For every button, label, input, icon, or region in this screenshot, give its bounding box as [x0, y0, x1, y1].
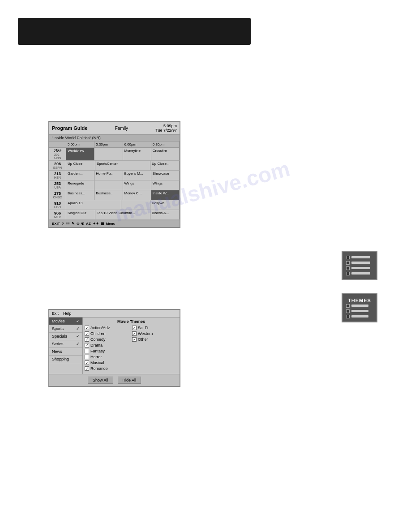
- show-all-button[interactable]: Show All: [88, 377, 113, 384]
- pg-program[interactable]: Business...: [66, 190, 94, 200]
- pg-program[interactable]: Singled Out: [66, 210, 95, 219]
- pg-program[interactable]: Wings: [151, 180, 180, 190]
- toolbar-list[interactable]: ≡≡: [66, 222, 70, 226]
- themes-menubar: Exit Help: [49, 310, 180, 317]
- table-row[interactable]: 966 MTV Singled Out Top 10 Video Countdo…: [49, 210, 180, 220]
- list-item[interactable]: Romance: [85, 366, 130, 371]
- sidebar-item-series[interactable]: Series ✓: [49, 340, 82, 348]
- pg-program[interactable]: Hollywo...: [150, 200, 180, 210]
- hide-all-button[interactable]: Hide All: [118, 377, 141, 384]
- ch-label: 275 CNBC: [49, 190, 66, 200]
- pg-programs-row: Business... Business... Money Cl... Insi…: [66, 190, 180, 200]
- ch-label: 7/22 202CNN: [49, 148, 66, 160]
- checkbox-fantasy[interactable]: [85, 349, 89, 353]
- icon-lines: [346, 256, 373, 275]
- toolbar-exit[interactable]: EXIT: [52, 222, 60, 226]
- themes-content: Movies ✓ Sports ✓ Specials ✓ Series ✓ Ne…: [49, 317, 180, 374]
- pg-program[interactable]: Top 10 Video Countdo...: [95, 210, 150, 219]
- sidebar-item-shopping[interactable]: Shopping: [49, 356, 82, 363]
- list-item[interactable]: Musical: [85, 360, 130, 365]
- list-item[interactable]: Fantasy: [85, 349, 130, 353]
- pg-program[interactable]: Up Close...: [150, 161, 180, 170]
- table-row[interactable]: 206 ESPN Up Close SportsCenter Up Close.…: [49, 161, 180, 171]
- checkbox-romance[interactable]: [85, 366, 89, 371]
- pg-program[interactable]: [94, 148, 123, 160]
- pg-programs-row: Renegade Wings Wings: [66, 180, 180, 190]
- menu-help[interactable]: Help: [63, 311, 72, 316]
- pg-program[interactable]: Home Fu...: [94, 171, 123, 180]
- pg-programs-row: Garden... Home Fu... Buyer's M... Showca…: [66, 171, 180, 180]
- menu-exit[interactable]: Exit: [52, 311, 59, 316]
- list-item[interactable]: Action/Adv.: [85, 326, 130, 330]
- time-slot-2: 5:30pm: [94, 142, 123, 147]
- checkbox-action[interactable]: [85, 326, 89, 330]
- table-row[interactable]: 213 HSN Garden... Home Fu... Buyer's M..…: [49, 171, 180, 180]
- pg-title: Program Guide: [52, 125, 87, 131]
- toolbar-edit[interactable]: ✎: [72, 222, 75, 226]
- checkbox-drama[interactable]: [85, 343, 89, 348]
- checkbox-western[interactable]: [132, 331, 137, 336]
- pg-program[interactable]: Wings: [123, 180, 151, 190]
- ch-label: 910 HBO: [49, 200, 66, 210]
- themes-icon-label: THEMES: [348, 298, 371, 303]
- toolbar-menu[interactable]: Menu: [106, 222, 116, 226]
- list-item[interactable]: Sci-Fi: [132, 326, 178, 330]
- toolbar-az[interactable]: AZ: [86, 222, 91, 226]
- pg-program[interactable]: SportsCenter: [95, 161, 150, 170]
- checkbox-comedy[interactable]: [85, 337, 89, 342]
- icon-lines-themes: [346, 304, 373, 318]
- pg-header: Program Guide Family 5:09pm Tue 7/22/97: [49, 122, 180, 135]
- checkbox-horror[interactable]: [85, 355, 89, 359]
- list-item[interactable]: Children: [85, 331, 130, 336]
- pg-program[interactable]: Worldview: [66, 148, 94, 160]
- pg-programs-row: Up Close SportsCenter Up Close...: [66, 161, 180, 170]
- pg-program[interactable]: Moneyline: [123, 148, 151, 160]
- checkbox-scifi[interactable]: [132, 326, 137, 330]
- table-row[interactable]: 253 USA Renegade Wings Wings: [49, 180, 180, 190]
- toolbar-yin[interactable]: ☯: [81, 222, 84, 226]
- list-item[interactable]: Horror: [85, 355, 130, 359]
- pg-program[interactable]: Showcase: [151, 171, 180, 180]
- pg-program[interactable]: Inside W...: [151, 190, 180, 200]
- checkbox-other[interactable]: [132, 337, 137, 342]
- toolbar-help[interactable]: ?: [62, 222, 64, 226]
- pg-program[interactable]: Garden...: [66, 171, 94, 180]
- time-slot-1: 5:00pm: [66, 142, 94, 147]
- pg-time-header: 5:00pm 5:30pm 6:00pm 6:30pm: [49, 142, 180, 148]
- pg-date: Tue 7/22/97: [155, 128, 177, 133]
- themes-icon[interactable]: THEMES: [342, 293, 377, 322]
- pg-program[interactable]: Buyer's M...: [123, 171, 151, 180]
- list-item[interactable]: Other: [132, 337, 178, 342]
- table-row[interactable]: 7/22 202CNN Worldview Moneyline Crossfir…: [49, 148, 180, 161]
- pg-program[interactable]: Business...: [94, 190, 123, 200]
- sidebar-item-sports[interactable]: Sports ✓: [49, 325, 82, 333]
- pg-program[interactable]: [94, 180, 123, 190]
- table-row[interactable]: 275 CNBC Business... Business... Money C…: [49, 190, 180, 200]
- pg-program[interactable]: Beavis &...: [150, 210, 180, 219]
- themes-title: Movie Themes: [85, 319, 178, 324]
- list-item[interactable]: Drama: [85, 343, 130, 348]
- list-item[interactable]: Western: [132, 331, 178, 336]
- top-banner: [18, 18, 251, 45]
- toolbar-grid[interactable]: ▦: [101, 222, 104, 226]
- toolbar-diamond[interactable]: ◇: [77, 222, 79, 226]
- sidebar-item-movies[interactable]: Movies ✓: [49, 317, 82, 325]
- pg-toolbar: EXIT ? ≡≡ ✎ ◇ ☯ AZ ✦✦ ▦ Menu: [49, 220, 180, 227]
- program-list-icon[interactable]: [342, 251, 377, 280]
- checkbox-children[interactable]: [85, 331, 89, 336]
- pg-program[interactable]: Money Cl...: [123, 190, 151, 200]
- themes-sidebar: Movies ✓ Sports ✓ Specials ✓ Series ✓ Ne…: [49, 317, 83, 374]
- program-guide: Program Guide Family 5:09pm Tue 7/22/97 …: [48, 121, 180, 228]
- toolbar-star[interactable]: ✦✦: [93, 222, 99, 226]
- pg-program[interactable]: Renegade: [66, 180, 94, 190]
- pg-programs-row: Worldview Moneyline Crossfire: [66, 148, 180, 160]
- pg-program[interactable]: Crossfire: [151, 148, 180, 160]
- pg-program[interactable]: Up Close: [66, 161, 95, 170]
- sidebar-item-news[interactable]: News: [49, 348, 82, 356]
- pg-program[interactable]: Apollo 13: [66, 200, 121, 210]
- list-item[interactable]: Comedy: [85, 337, 130, 342]
- pg-program[interactable]: [121, 200, 150, 210]
- checkbox-musical[interactable]: [85, 360, 89, 365]
- table-row[interactable]: 910 HBO Apollo 13 Hollywo...: [49, 200, 180, 210]
- sidebar-item-specials[interactable]: Specials ✓: [49, 333, 82, 340]
